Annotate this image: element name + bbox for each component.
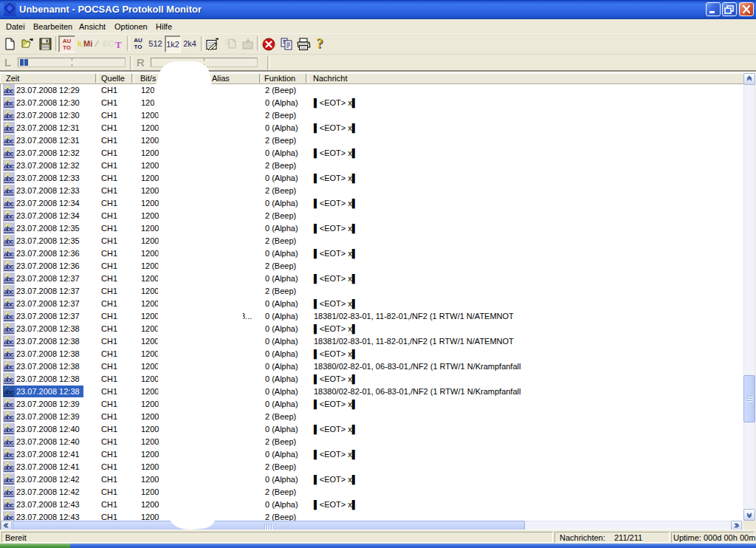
table-row[interactable]: abc 23.07.2008 12:33CH112002 (Beep) bbox=[1, 185, 743, 197]
table-row[interactable]: abc 23.07.2008 12:35CH112000 (Alpha)▌<EO… bbox=[1, 222, 743, 235]
scroll-down-button[interactable] bbox=[743, 509, 755, 521]
table-row[interactable]: abc 23.07.2008 12:37CH112002 (Beep) bbox=[1, 285, 743, 298]
table-row[interactable]: abc 23.07.2008 12:43CH112002 (Beep) bbox=[1, 511, 743, 521]
cell-bitrate: 1200 bbox=[141, 199, 159, 208]
table-row[interactable]: abc 23.07.2008 12:36CH112002 (Beep) bbox=[1, 260, 743, 273]
table-row[interactable]: abc 23.07.2008 12:38CH112000 (Alpha)▌<EO… bbox=[1, 373, 743, 386]
properties-icon bbox=[206, 38, 219, 50]
table-row[interactable]: abc 23.07.2008 12:34CH112000 (Alpha)▌<EO… bbox=[1, 197, 743, 210]
column-divider[interactable] bbox=[95, 74, 98, 83]
table-row[interactable]: abc 23.07.2008 12:37CH112000 (Alpha)▌<EO… bbox=[1, 273, 743, 285]
auto-baud-toggle[interactable]: AUTO bbox=[130, 35, 146, 52]
cell-quelle: CH1 bbox=[101, 349, 117, 359]
table-row[interactable]: abc 23.07.2008 12:38CH112000 (Alpha)1838… bbox=[1, 360, 743, 373]
menu-ansicht[interactable]: Ansicht bbox=[79, 21, 106, 32]
properties-button[interactable] bbox=[204, 35, 221, 52]
cell-zeit: 23.07.2008 12:37 bbox=[16, 274, 80, 284]
table-row[interactable]: abc 23.07.2008 12:41CH112000 (Alpha)▌<EO… bbox=[1, 448, 743, 461]
table-row[interactable]: abc 23.07.2008 12:41CH112002 (Beep) bbox=[1, 461, 743, 473]
table-row[interactable]: abc 23.07.2008 12:33CH112000 (Alpha)▌<EO… bbox=[1, 172, 743, 185]
cell-bitrate: 1200 bbox=[141, 161, 159, 171]
paste-button-disabled[interactable] bbox=[221, 35, 238, 52]
paste-icon bbox=[224, 38, 237, 50]
table-row[interactable]: abc 23.07.2008 12:42CH112002 (Beep) bbox=[1, 486, 743, 499]
column-header-funktion[interactable]: Funktion bbox=[264, 75, 295, 83]
svg-text:abc: abc bbox=[4, 137, 14, 145]
table-row[interactable]: abc 23.07.2008 12:29CH112002 (Beep) bbox=[1, 84, 743, 97]
taskbar[interactable] bbox=[0, 544, 756, 548]
column-divider[interactable] bbox=[306, 74, 309, 83]
column-header-bits[interactable]: Bit/s bbox=[140, 75, 156, 83]
new-file-button[interactable] bbox=[1, 35, 18, 52]
table-row[interactable]: abc 23.07.2008 12:32CH112002 (Beep) bbox=[1, 160, 743, 172]
table-row[interactable]: abc 23.07.2008 12:32CH112000 (Alpha)▌<EO… bbox=[1, 147, 743, 160]
save-button[interactable] bbox=[37, 35, 54, 52]
cell-funktion: 0 (Alpha) bbox=[265, 299, 298, 309]
baud-1k2-toggle[interactable]: 1k2 bbox=[165, 35, 181, 52]
table-row[interactable]: abc 23.07.2008 12:31CH112000 (Alpha)▌<EO… bbox=[1, 122, 743, 134]
table-row[interactable]: abc 23.07.2008 12:30CH112000 (Alpha)▌<EO… bbox=[1, 97, 743, 109]
clear-button[interactable] bbox=[260, 35, 277, 52]
table-row[interactable]: abc 23.07.2008 12:38CH112000 (Alpha)▌<EO… bbox=[1, 323, 743, 335]
table-row[interactable]: abc 23.07.2008 12:40CH112000 (Alpha)▌<EO… bbox=[1, 423, 743, 436]
cell-bitrate: 1200 bbox=[141, 261, 159, 271]
table-row[interactable]: abc 23.07.2008 12:36CH112000 (Alpha)▌<EO… bbox=[1, 247, 743, 260]
filter-badges-disabled[interactable]: kMi⁄ECT bbox=[75, 36, 126, 52]
start-button[interactable] bbox=[0, 544, 70, 548]
table-row[interactable]: abc 23.07.2008 12:37CH112003...0 (Alpha)… bbox=[1, 310, 743, 323]
svg-text:abc: abc bbox=[4, 287, 14, 295]
column-divider[interactable] bbox=[259, 74, 262, 83]
cell-funktion: 0 (Alpha) bbox=[265, 249, 298, 258]
table-row[interactable]: abc 23.07.2008 12:39CH112000 (Alpha)▌<EO… bbox=[1, 398, 743, 411]
close-button[interactable] bbox=[739, 2, 754, 16]
title-bar: Unbenannt - POCSAG Protokoll Monitor bbox=[0, 0, 756, 19]
cell-funktion: 2 (Beep) bbox=[265, 186, 296, 196]
message-icon: abc bbox=[3, 448, 15, 460]
cell-funktion: 0 (Alpha) bbox=[265, 362, 298, 371]
restore-button[interactable] bbox=[722, 2, 737, 16]
table-row[interactable]: abc 23.07.2008 12:38CH112000 (Alpha)▌<EO… bbox=[1, 348, 743, 360]
column-divider[interactable] bbox=[206, 74, 209, 83]
menu-optionen[interactable]: Optionen bbox=[114, 21, 148, 32]
table-row[interactable]: abc 23.07.2008 12:43CH112000 (Alpha)▌<EO… bbox=[1, 499, 743, 511]
column-header-alias[interactable]: Alias bbox=[212, 75, 230, 83]
column-header-quelle[interactable]: Quelle bbox=[101, 75, 125, 83]
copy-button[interactable] bbox=[278, 35, 295, 52]
column-divider[interactable] bbox=[131, 74, 134, 83]
cell-nachricht: ▌<EOT> x▌ bbox=[314, 425, 358, 434]
table-row[interactable]: abc 23.07.2008 12:30CH112002 (Beep) bbox=[1, 109, 743, 122]
scroll-up-button[interactable] bbox=[743, 73, 755, 85]
open-file-button[interactable] bbox=[19, 35, 36, 52]
table-row[interactable]: abc 23.07.2008 12:37CH112000 (Alpha)▌<EO… bbox=[1, 298, 743, 310]
help-button[interactable]: ? ? bbox=[312, 35, 329, 52]
menu-hilfe[interactable]: Hilfe bbox=[156, 21, 172, 32]
cell-nachricht: ▌<EOT> x▌ bbox=[314, 123, 358, 133]
vertical-scrollbar[interactable] bbox=[743, 73, 755, 521]
menu-bearbeiten[interactable]: Bearbeiten bbox=[33, 21, 72, 32]
table-row[interactable]: abc 23.07.2008 12:31CH112002 (Beep) bbox=[1, 134, 743, 147]
table-row[interactable]: abc 23.07.2008 12:35CH112002 (Beep) bbox=[1, 235, 743, 247]
cell-quelle: CH1 bbox=[101, 500, 117, 510]
table-row[interactable]: abc 23.07.2008 12:34CH112002 (Beep) bbox=[1, 210, 743, 222]
delete-icon bbox=[262, 38, 275, 51]
baud-2k4-toggle[interactable]: 2k4 bbox=[182, 35, 198, 52]
auto-rx-toggle[interactable]: AUTO bbox=[58, 35, 75, 52]
column-header-nachricht[interactable]: Nachricht bbox=[313, 75, 347, 83]
menu-datei[interactable]: Datei bbox=[6, 21, 25, 32]
minimize-button[interactable] bbox=[706, 2, 721, 16]
import-button-disabled[interactable] bbox=[239, 35, 256, 52]
cell-funktion: 0 (Alpha) bbox=[265, 324, 298, 334]
table-row[interactable]: abc 23.07.2008 12:40CH112002 (Beep) bbox=[1, 436, 743, 448]
table-row[interactable]: abc 23.07.2008 12:39CH112002 (Beep) bbox=[1, 411, 743, 423]
table-row[interactable]: abc 23.07.2008 12:38CH112000 (Alpha)1838… bbox=[1, 335, 743, 348]
vertical-scroll-thumb[interactable] bbox=[743, 375, 755, 422]
table-row[interactable]: abc 23.07.2008 12:38CH112000 (Alpha)1838… bbox=[1, 386, 743, 398]
cell-quelle: CH1 bbox=[101, 462, 117, 472]
table-row[interactable]: abc 23.07.2008 12:42CH112000 (Alpha)▌<EO… bbox=[1, 473, 743, 486]
cell-funktion: 0 (Alpha) bbox=[265, 475, 298, 484]
print-button[interactable] bbox=[295, 35, 312, 52]
column-header-zeit[interactable]: Zeit bbox=[6, 75, 19, 83]
thumb-grip bbox=[271, 524, 272, 530]
cell-nachricht: ▌<EOT> x▌ bbox=[314, 148, 358, 158]
baud-512-toggle[interactable]: 512 bbox=[147, 35, 164, 52]
